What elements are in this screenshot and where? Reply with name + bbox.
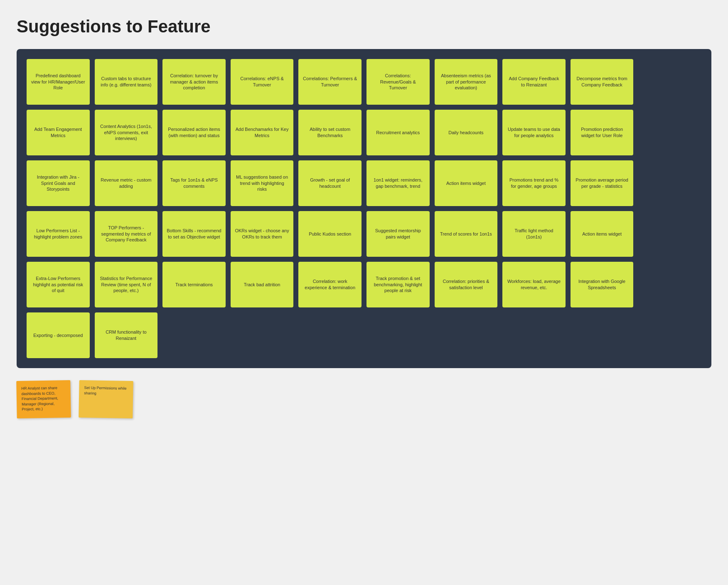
suggestion-card-2[interactable]: Correlation: turnover by manager & actio… xyxy=(162,59,226,105)
suggestion-card-14[interactable]: Ability to set custom Benchmarks xyxy=(298,110,362,155)
sticky-note-1: HR Analyst can share dashboards to CEO, … xyxy=(16,380,71,418)
suggestion-card-7[interactable]: Add Company Feedback to Renaizant xyxy=(502,59,566,105)
suggestion-card-21[interactable]: Revenue metric - custom adding xyxy=(95,160,158,206)
suggestion-card-22[interactable]: Tags for 1on1s & eNPS comments xyxy=(162,160,226,206)
suggestion-card-20[interactable]: Integration with Jira - Sprint Goals and… xyxy=(27,160,90,206)
suggestion-card-26[interactable]: Action items widget xyxy=(435,160,498,206)
suggestions-board: Predefined dashboard view for HR/Manager… xyxy=(17,49,711,368)
suggestion-card-34[interactable]: Public Kudos section xyxy=(298,211,362,257)
suggestion-card-11[interactable]: Content Analytics (1on1s, eNPS comments,… xyxy=(95,110,158,155)
sticky-note-2: Set Up Permissions while sharing xyxy=(79,380,133,418)
suggestion-card-25[interactable]: 1on1 widget: reminders, gap benchmark, t… xyxy=(366,160,430,206)
suggestion-card-5[interactable]: Correlations: Revenue/Goals & Turnover xyxy=(366,59,430,105)
suggestion-card-23[interactable]: ML suggestions based on trend with highl… xyxy=(231,160,294,206)
suggestion-card-50[interactable]: Exporting - decomposed xyxy=(27,312,90,358)
suggestion-card-37[interactable]: Traffic light method (1on1s) xyxy=(502,211,566,257)
suggestion-card-18[interactable]: Promotion prediction widget for User Rol… xyxy=(571,110,634,155)
suggestion-card-8[interactable]: Decompose metrics from Company Feedback xyxy=(571,59,634,105)
suggestion-card-35[interactable]: Suggested mentorship pairs widget xyxy=(366,211,430,257)
suggestion-card-31[interactable]: TOP Performers - segmented by metrics of… xyxy=(95,211,158,257)
suggestion-card-48[interactable]: Integration with Google Spreadsheets xyxy=(571,262,634,307)
suggestion-card-40[interactable]: Extra-Low Performers highlight as potent… xyxy=(27,262,90,307)
suggestion-card-15[interactable]: Recruitment analytics xyxy=(366,110,430,155)
suggestion-card-51[interactable]: CRM functionality to Renaizant xyxy=(95,312,158,358)
suggestion-card-42[interactable]: Track terminations xyxy=(162,262,226,307)
suggestion-card-33[interactable]: OKRs widget - choose any OKRs to track t… xyxy=(231,211,294,257)
suggestion-card-13[interactable]: Add Benchamarks for Key Metrics xyxy=(231,110,294,155)
suggestion-card-30[interactable]: Low Performers List - highlight problem … xyxy=(27,211,90,257)
suggestion-card-46[interactable]: Correlation: priorities & satisfaction l… xyxy=(435,262,498,307)
suggestion-card-43[interactable]: Track bad attrition xyxy=(231,262,294,307)
page-title: Suggestions to Feature xyxy=(17,17,711,37)
suggestion-card-47[interactable]: Workforces: load, average revenue, etc. xyxy=(502,262,566,307)
suggestion-card-41[interactable]: Statistics for Performance Review (time … xyxy=(95,262,158,307)
suggestion-card-4[interactable]: Correlations: Performers & Turnover xyxy=(298,59,362,105)
suggestion-card-10[interactable]: Add Team Engagement Metrics xyxy=(27,110,90,155)
suggestion-card-3[interactable]: Correlations: eNPS & Turnover xyxy=(231,59,294,105)
suggestion-card-28[interactable]: Promotion average period per grade - sta… xyxy=(571,160,634,206)
suggestion-card-12[interactable]: Personalized action items (with mention)… xyxy=(162,110,226,155)
suggestion-card-0[interactable]: Predefined dashboard view for HR/Manager… xyxy=(27,59,90,105)
suggestion-card-36[interactable]: Trend of scores for 1on1s xyxy=(435,211,498,257)
suggestion-card-44[interactable]: Correlation: work experience & terminati… xyxy=(298,262,362,307)
suggestion-card-1[interactable]: Custom tabs to structure info (e.g. diff… xyxy=(95,59,158,105)
suggestion-card-32[interactable]: Bottom Skills - recommend to set as Obje… xyxy=(162,211,226,257)
suggestion-card-17[interactable]: Update teams to use data for people anal… xyxy=(502,110,566,155)
suggestion-card-27[interactable]: Promotions trend and % for gender, age g… xyxy=(502,160,566,206)
suggestion-card-38[interactable]: Action items widget xyxy=(571,211,634,257)
suggestion-card-24[interactable]: Growth - set goal of headcount xyxy=(298,160,362,206)
suggestion-card-45[interactable]: Track promotion & set benchmarking, high… xyxy=(366,262,430,307)
suggestion-card-6[interactable]: Absenteeism metrics (as part of performa… xyxy=(435,59,498,105)
suggestion-card-16[interactable]: Daily headcounts xyxy=(435,110,498,155)
sticky-notes-section: HR Analyst can share dashboards to CEO, … xyxy=(17,381,711,418)
